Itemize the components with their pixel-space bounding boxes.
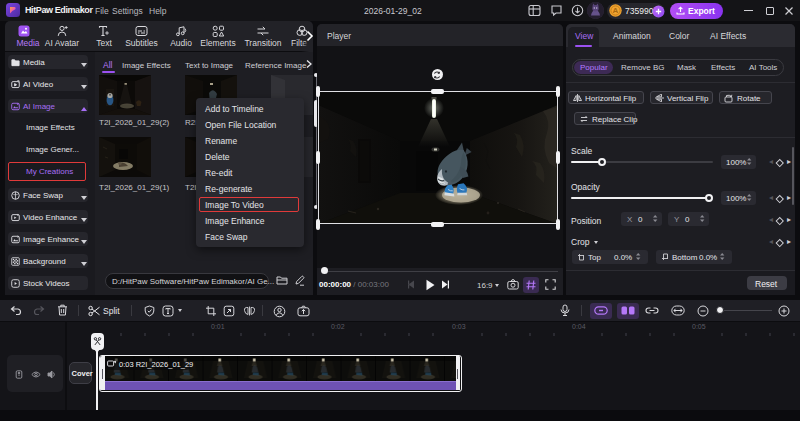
svg-text:A: A	[613, 6, 619, 15]
